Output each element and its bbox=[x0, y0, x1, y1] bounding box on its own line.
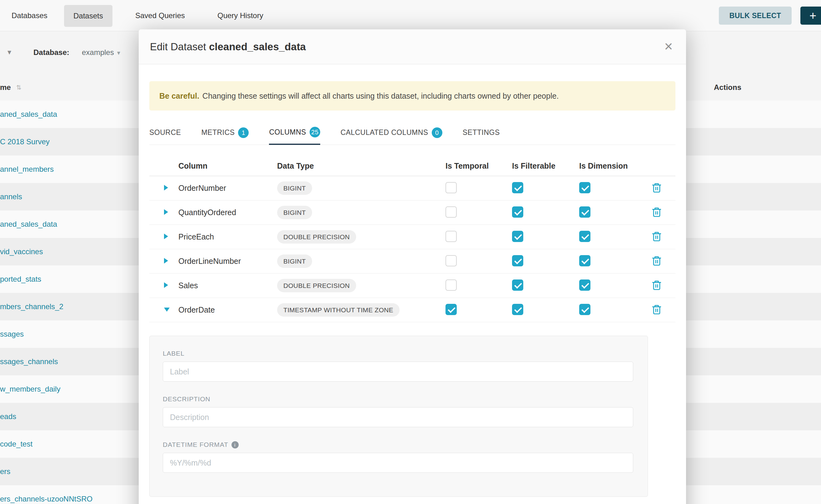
warning-bold-text: Be careful. bbox=[159, 91, 199, 101]
is-filterable-checkbox[interactable] bbox=[512, 255, 523, 266]
column-name: OrderLineNumber bbox=[178, 257, 277, 266]
data-type-pill: DOUBLE PRECISION bbox=[277, 279, 356, 292]
nav-item-saved-queries[interactable]: Saved Queries bbox=[135, 0, 185, 31]
expand-caret-icon[interactable] bbox=[164, 234, 168, 239]
expand-caret-icon[interactable] bbox=[164, 185, 168, 190]
is-filterable-checkbox[interactable] bbox=[512, 182, 523, 193]
tab-count-badge: 0 bbox=[432, 127, 443, 138]
is-temporal-checkbox[interactable] bbox=[446, 182, 457, 193]
column-row: OrderLineNumberBIGINT bbox=[149, 249, 675, 274]
dataset-link[interactable]: vid_vaccines bbox=[0, 247, 43, 256]
modal-header: Edit Dataset cleaned_sales_data × bbox=[139, 29, 686, 64]
label-field-label-text: LABEL bbox=[163, 350, 184, 357]
column-row: SalesDOUBLE PRECISION bbox=[149, 274, 675, 298]
data-type-pill: TIMESTAMP WITHOUT TIME ZONE bbox=[277, 303, 399, 317]
dataset-link[interactable]: C 2018 Survey bbox=[0, 137, 50, 146]
dataset-link[interactable]: annel_members bbox=[0, 165, 54, 174]
is-filterable-checkbox[interactable] bbox=[512, 231, 523, 242]
nav-item-datasets[interactable]: Datasets bbox=[64, 5, 112, 27]
header-column: Column bbox=[178, 161, 277, 170]
tab-metrics[interactable]: METRICS1 bbox=[201, 122, 249, 145]
tab-count-badge: 1 bbox=[238, 127, 249, 138]
column-detail-panel: LABEL DESCRIPTION DATETIME FORMAT i bbox=[149, 336, 648, 497]
label-form-group: LABEL bbox=[163, 350, 633, 382]
is-dimension-checkbox[interactable] bbox=[579, 304, 591, 315]
dataset-link[interactable]: ers_channels-uzooNNtSRO bbox=[0, 495, 92, 503]
expand-caret-icon[interactable] bbox=[164, 258, 168, 264]
delete-column-icon[interactable] bbox=[651, 231, 662, 242]
expand-caret-icon[interactable] bbox=[164, 282, 168, 288]
is-temporal-checkbox[interactable] bbox=[446, 255, 457, 266]
columns-table-body: OrderNumberBIGINTQuantityOrderedBIGINTPr… bbox=[149, 176, 675, 322]
header-is-temporal: Is Temporal bbox=[446, 161, 512, 170]
nav-item-query-history[interactable]: Query History bbox=[217, 0, 263, 31]
modal-title: Edit Dataset cleaned_sales_data bbox=[150, 41, 306, 53]
datetime-format-input[interactable] bbox=[163, 453, 633, 473]
header-data-type: Data Type bbox=[277, 161, 446, 170]
column-name: OrderNumber bbox=[178, 184, 277, 193]
is-filterable-checkbox[interactable] bbox=[512, 206, 523, 218]
data-type-pill: BIGINT bbox=[277, 254, 312, 268]
dataset-link[interactable]: annels bbox=[0, 192, 22, 201]
nav-item-databases[interactable]: Databases bbox=[12, 0, 47, 31]
tab-settings[interactable]: SETTINGS bbox=[463, 122, 500, 145]
delete-column-icon[interactable] bbox=[651, 304, 662, 315]
description-form-group: DESCRIPTION bbox=[163, 395, 633, 427]
is-dimension-checkbox[interactable] bbox=[579, 255, 591, 266]
data-type-pill: DOUBLE PRECISION bbox=[277, 230, 356, 244]
description-field-label: DESCRIPTION bbox=[163, 395, 633, 403]
sort-icon[interactable]: ⇅ bbox=[16, 84, 22, 91]
dataset-link[interactable]: mbers_channels_2 bbox=[0, 302, 63, 311]
tab-count-badge: 25 bbox=[309, 127, 320, 137]
label-input[interactable] bbox=[163, 362, 633, 382]
tab-calculated-columns[interactable]: CALCULATED COLUMNS0 bbox=[340, 122, 443, 145]
delete-column-icon[interactable] bbox=[651, 280, 662, 290]
warning-text: Changing these settings will affect all … bbox=[202, 91, 559, 101]
label-field-label: LABEL bbox=[163, 350, 633, 357]
delete-column-icon[interactable] bbox=[651, 182, 662, 193]
column-name: QuantityOrdered bbox=[178, 208, 277, 217]
warning-banner: Be careful. Changing these settings will… bbox=[149, 81, 675, 111]
dataset-link[interactable]: code_test bbox=[0, 440, 32, 448]
is-temporal-checkbox[interactable] bbox=[446, 304, 457, 315]
column-name: OrderDate bbox=[178, 305, 277, 314]
delete-column-icon[interactable] bbox=[651, 207, 662, 217]
description-input[interactable] bbox=[163, 407, 633, 427]
bulk-select-button[interactable]: BULK SELECT bbox=[719, 7, 792, 25]
filter-caret-icon[interactable]: ▾ bbox=[7, 48, 11, 57]
tab-source[interactable]: SOURCE bbox=[149, 122, 181, 145]
dataset-link[interactable]: eads bbox=[0, 412, 16, 421]
modal-tabs: SOURCEMETRICS1COLUMNS25CALCULATED COLUMN… bbox=[149, 122, 675, 145]
is-dimension-checkbox[interactable] bbox=[579, 182, 591, 193]
tab-label: SOURCE bbox=[149, 128, 181, 137]
data-type-pill: BIGINT bbox=[277, 181, 312, 195]
is-dimension-checkbox[interactable] bbox=[579, 231, 591, 242]
is-filterable-checkbox[interactable] bbox=[512, 279, 523, 291]
column-row: OrderNumberBIGINT bbox=[149, 176, 675, 200]
dataset-link[interactable]: aned_sales_data bbox=[0, 110, 57, 119]
tab-columns[interactable]: COLUMNS25 bbox=[269, 122, 320, 145]
info-icon[interactable]: i bbox=[231, 441, 239, 448]
is-dimension-checkbox[interactable] bbox=[579, 279, 591, 291]
dataset-link[interactable]: ssages_channels bbox=[0, 357, 58, 366]
dataset-link[interactable]: aned_sales_data bbox=[0, 220, 57, 229]
column-row: PriceEachDOUBLE PRECISION bbox=[149, 225, 675, 249]
is-temporal-checkbox[interactable] bbox=[446, 206, 457, 218]
database-filter-select[interactable]: examples▾ bbox=[82, 48, 120, 57]
is-filterable-checkbox[interactable] bbox=[512, 304, 523, 315]
dataset-link[interactable]: w_members_daily bbox=[0, 385, 60, 393]
is-temporal-checkbox[interactable] bbox=[446, 231, 457, 242]
column-row: QuantityOrderedBIGINT bbox=[149, 200, 675, 225]
name-column-header[interactable]: me bbox=[0, 83, 11, 92]
expand-caret-icon[interactable] bbox=[164, 209, 168, 215]
collapse-caret-icon[interactable] bbox=[164, 308, 170, 312]
dataset-link[interactable]: ers bbox=[0, 467, 10, 476]
columns-table: Column Data Type Is Temporal Is Filterab… bbox=[149, 156, 675, 322]
is-temporal-checkbox[interactable] bbox=[446, 279, 457, 291]
add-dataset-button[interactable]: + bbox=[800, 7, 821, 25]
delete-column-icon[interactable] bbox=[651, 255, 662, 266]
close-icon[interactable]: × bbox=[660, 38, 677, 54]
is-dimension-checkbox[interactable] bbox=[579, 206, 591, 218]
dataset-link[interactable]: ported_stats bbox=[0, 275, 41, 284]
dataset-link[interactable]: ssages bbox=[0, 330, 24, 338]
